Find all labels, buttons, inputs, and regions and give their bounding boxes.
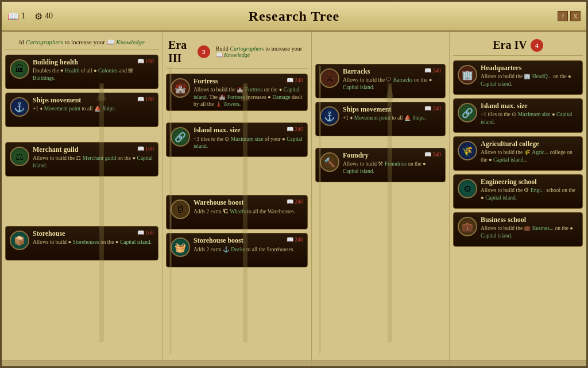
island-max-1-icon: 🔗: [171, 127, 190, 147]
storehouse-header: Storehouse 📖 160: [33, 229, 154, 237]
engineering-school-title: Engineering school: [481, 178, 537, 186]
merchant-guild-content: Merchant guild 📖 160 Allows to build the…: [33, 145, 154, 169]
card-foundry[interactable]: 🔨 Foundry 📖 240 Allows to build ⚒ Foundr…: [315, 148, 446, 182]
island-max-2-icon: 🔗: [458, 103, 477, 122]
fortress-title: Fortress: [194, 77, 218, 85]
ships-movement-2-cost: 📖 240: [424, 105, 441, 112]
era-4-title: Era IV: [493, 39, 527, 52]
card-ships-movement-2[interactable]: ⚓ Ships movement 📖 240 +1 ♦ Movement poi…: [315, 102, 446, 136]
window-title: Research Tree: [249, 9, 340, 24]
storehouse-cost: 📖 160: [137, 229, 154, 236]
warehouse-boost-desc: Adds 2 extra 🏗 Wharfs to all the Warehou…: [194, 208, 303, 215]
cost-icon-4: 📖: [137, 229, 144, 236]
barracks-title: Barracks: [343, 67, 370, 75]
headquarters-desc: Allows to build the 🏢 HeadQ... on the ● …: [481, 73, 578, 87]
era2-knowledge-text: ld Cartographers to increase your 📖 Know…: [19, 39, 145, 46]
warehouse-boost-cost: 📖 240: [287, 198, 303, 205]
storehouse-boost-desc: Adds 2 extra ⚓ Docks to all the Storehou…: [194, 246, 303, 253]
card-building-health[interactable]: 🏛 Building health 📖 160 Doubles the ♥ He…: [5, 55, 158, 89]
era-3-header: Era III 3 Build Cartographers to increas…: [166, 34, 308, 69]
cost-icon-3: 📖: [137, 145, 144, 152]
book-value: 1: [21, 12, 25, 21]
cost-icon-7: 📖: [287, 236, 293, 243]
storehouse-boost-content: Storehouse boost 📖 240 Adds 2 extra ⚓ Do…: [194, 236, 303, 253]
merchant-guild-header: Merchant guild 📖 160: [33, 145, 154, 154]
warehouse-boost-icon: 🛢: [171, 200, 190, 219]
merchant-guild-title: Merchant guild: [33, 145, 78, 154]
storehouse-icon: 📦: [10, 231, 29, 250]
building-health-content: Building health 📖 160 Doubles the ♥ Heal…: [33, 58, 154, 82]
building-health-cost: 📖 160: [137, 58, 154, 64]
agricultural-college-title: Agricultural college: [481, 140, 539, 148]
card-storehouse[interactable]: 📦 Storehouse 📖 160 Allows to build ● Sto…: [5, 226, 158, 260]
card-island-max-size-2[interactable]: 🔗 Island max. size +1 tiles to the ⊙ Max…: [453, 98, 583, 133]
columns: ld Cartographers to increase your 📖 Know…: [2, 32, 586, 368]
fortress-cost-icon: 📖: [287, 77, 293, 83]
barracks-desc: Allows to build the 🛡 Barracks on the ● …: [343, 76, 441, 91]
gear-resource: ⚙ 40: [34, 11, 53, 22]
business-school-content: Business school Allows to build the 💼 Bu…: [481, 216, 578, 239]
era-2-column: ld Cartographers to increase your 📖 Know…: [2, 32, 163, 368]
card-storehouse-boost[interactable]: 🧺 Storehouse boost 📖 240 Adds 2 extra ⚓ …: [166, 233, 308, 267]
agricultural-college-desc: Allows to build the 🌾 Agric... college o…: [481, 149, 578, 163]
card-merchant-guild[interactable]: ⚖ Merchant guild 📖 160 Allows to build t…: [5, 142, 158, 177]
business-school-title: Business school: [481, 216, 526, 224]
barracks-cost: 📖 240: [424, 67, 441, 74]
book-icon: 📖: [7, 11, 19, 22]
top-bar: 📖 1 ⚙ 40 Research Tree ? X: [2, 2, 586, 32]
ships-movement-2-content: Ships movement 📖 240 +1 ♦ Movement point…: [343, 105, 441, 122]
headquarters-title: Headquarters: [481, 64, 521, 72]
fortress-cost: 📖 240: [287, 77, 303, 83]
fortress-icon: 🏰: [171, 78, 190, 98]
content-area: ld Cartographers to increase your 📖 Know…: [2, 32, 586, 368]
foundry-cost: 📖 240: [424, 151, 441, 158]
business-school-desc: Allows to build the 💼 Busines... on the …: [481, 225, 578, 239]
cost-icon-2: 📖: [137, 96, 144, 102]
spacer-3: [166, 114, 308, 122]
window-controls: ? X: [558, 11, 581, 21]
card-fortress[interactable]: 🏰 Fortress 📖 240 Allows to build the 🏰 F…: [166, 74, 308, 111]
barracks-content: Barracks 📖 240 Allows to build the 🛡 Bar…: [343, 67, 441, 91]
business-school-header: Business school: [481, 216, 578, 224]
ships-movement-2-desc: +1 ♦ Movement point to all ⛵ Ships.: [343, 114, 441, 121]
storehouse-desc: Allows to build ● Storehouses on the ● C…: [33, 239, 154, 246]
era-3-left-column: Era III 3 Build Cartographers to increas…: [163, 32, 312, 368]
card-agricultural-college[interactable]: 🌾 Agricultural college Allows to build t…: [453, 136, 583, 171]
warehouse-boost-header: Warehouse boost 📖 240: [194, 198, 303, 206]
era-3-badge: 3: [198, 45, 210, 58]
card-ships-movement-1[interactable]: ⚓ Ships movement 📖 160 +1 ♦ Movement poi…: [5, 93, 158, 127]
card-barracks[interactable]: ⚔ Barracks 📖 240 Allows to build the 🛡 B…: [315, 64, 446, 98]
barracks-header: Barracks 📖 240: [343, 67, 441, 75]
engineering-school-desc: Allows to build the ⚙ Engi... school on …: [481, 187, 578, 201]
headquarters-header: Headquarters: [481, 64, 578, 72]
help-button[interactable]: ?: [558, 11, 568, 21]
era-4-badge: 4: [531, 39, 543, 52]
fortress-desc: Allows to build the 🏰 Fortress on the ● …: [194, 86, 303, 108]
spacer-1: [5, 131, 158, 142]
card-island-max-size-1[interactable]: 🔗 Island max. size 📖 240 +3 tiles to the…: [166, 122, 308, 157]
storehouse-title: Storehouse: [33, 229, 65, 237]
cost-icon-6: 📖: [287, 198, 293, 205]
card-engineering-school[interactable]: ⚙ Engineering school Allows to build the…: [453, 174, 583, 209]
era-3-right-column: ⚔ Barracks 📖 240 Allows to build the 🛡 B…: [312, 32, 450, 368]
island-max-2-title: Island max. size: [481, 102, 528, 110]
close-button[interactable]: X: [570, 11, 581, 21]
ships-movement-2-icon: ⚓: [320, 106, 339, 126]
foundry-cost-icon: 📖: [424, 151, 431, 158]
storehouse-boost-cost: 📖 240: [287, 236, 303, 243]
fortress-content: Fortress 📖 240 Allows to build the 🏰 For…: [194, 77, 303, 108]
storehouse-boost-title: Storehouse boost: [194, 236, 243, 244]
gear-value: 40: [45, 12, 53, 21]
era-2-header: ld Cartographers to increase your 📖 Know…: [5, 34, 158, 50]
ships-movement-2-title: Ships movement: [343, 105, 391, 113]
spacer-4: [166, 160, 308, 195]
fortress-header: Fortress 📖 240: [194, 77, 303, 85]
storehouse-boost-header: Storehouse boost 📖 240: [194, 236, 303, 244]
book-resource: 📖 1: [7, 11, 25, 22]
warehouse-boost-title: Warehouse boost: [194, 198, 243, 206]
card-business-school[interactable]: 💼 Business school Allows to build the 💼 …: [453, 212, 583, 247]
card-warehouse-boost[interactable]: 🛢 Warehouse boost 📖 240 Adds 2 extra 🏗 W…: [166, 195, 308, 229]
island-max-1-title: Island max. size: [194, 126, 241, 134]
card-headquarters[interactable]: 🏢 Headquarters Allows to build the 🏢 Hea…: [453, 60, 583, 95]
spacer-2: [5, 180, 158, 226]
